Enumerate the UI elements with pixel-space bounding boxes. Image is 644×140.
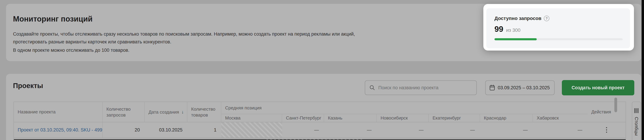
create-project-button[interactable]: Создать новый проект [562, 80, 634, 95]
position-moscow-skeleton [221, 122, 282, 137]
project-link[interactable]: Проект от 03.10.2025, 09:40. SKU - 4993 [18, 127, 102, 133]
position-kazan-cell: — [324, 122, 377, 137]
sort-desc-icon[interactable]: ↓ [182, 109, 184, 115]
col-header-products-count: Количество товаров [187, 102, 221, 122]
calendar-icon [490, 85, 495, 91]
position-khabarovsk-cell: — [533, 122, 588, 137]
position-spb-cell: — [282, 122, 324, 137]
table-row-partial [14, 137, 626, 140]
table-vertical-scrollbar[interactable] [614, 98, 617, 112]
available-requests-label: Доступно запросов [494, 16, 542, 21]
requests-progress-fill [494, 38, 537, 40]
actions-cell [588, 122, 626, 137]
col-header-city-khabarovsk: Хабаровск [533, 114, 588, 122]
available-requests-total: из 300 [506, 28, 520, 33]
available-requests-inner: Доступно запросов ? 99 из 300 [486, 8, 630, 48]
date-range-picker[interactable]: 03.09.2025 – 03.10.2025 [485, 80, 554, 95]
col-header-created-date[interactable]: Дата создания ↓ [145, 102, 187, 122]
partial-row-skeleton [265, 139, 362, 140]
date-range-value: 03.09.2025 – 03.10.2025 [498, 85, 550, 90]
requests-count-cell: 20 [102, 122, 145, 137]
hero-note: В одном проекте можно отслеживать до 100… [13, 48, 130, 53]
col-header-actions: Действия [588, 102, 626, 122]
question-circle-icon[interactable]: ? [544, 16, 550, 21]
col-header-city-novosibirsk: Новосибирск [377, 114, 429, 122]
requests-progress-track [494, 38, 623, 40]
page-title: Мониторинг позиций [13, 15, 92, 23]
available-requests-value: 99 [494, 24, 503, 34]
projects-panel: Проекты Поиск по названию проекта 03.09.… [6, 74, 641, 140]
columns-settings-tab[interactable]: Столбцы [632, 102, 641, 140]
row-menu-kebab-icon[interactable] [604, 125, 609, 134]
col-group-average-position: Средняя позиция [221, 102, 588, 114]
projects-table: Название проекта Количество запросов Дат… [14, 102, 626, 140]
table-row: Проект от 03.10.2025, 09:40. SKU - 4993 … [14, 122, 626, 137]
columns-tab-label: Столбцы [634, 117, 639, 136]
col-header-requests-count: Количество запросов [102, 102, 145, 122]
position-krasnodar-cell: — [480, 122, 533, 137]
col-header-city-krasnodar: Краснодар [480, 114, 533, 122]
columns-icon [634, 108, 638, 113]
position-novosibirsk-cell: — [377, 122, 429, 137]
hero-description: Создавайте проекты, чтобы отслеживать ср… [13, 30, 380, 46]
project-name-cell: Проект от 03.10.2025, 09:40. SKU - 4993 [14, 122, 102, 137]
col-header-city-moscow: Москва [221, 114, 282, 122]
created-date-cell: 03.10.2025 [145, 122, 187, 137]
window-right-edge [642, 0, 644, 140]
table-header: Название проекта Количество запросов Дат… [14, 102, 626, 122]
col-header-city-spb: Санкт-Петербург [282, 114, 324, 122]
search-icon [369, 85, 375, 91]
search-placeholder: Поиск по названию проекта [378, 85, 438, 90]
available-requests-card: Доступно запросов ? 99 из 300 [483, 4, 634, 51]
col-header-city-ekaterinburg: Екатеринбург [429, 114, 480, 122]
position-ekaterinburg-cell: — [429, 122, 480, 137]
search-input[interactable]: Поиск по названию проекта [365, 80, 477, 95]
col-header-project-name: Название проекта [14, 102, 102, 122]
products-count-cell: 1 [187, 122, 221, 137]
col-header-city-kazan: Казань [324, 114, 377, 122]
projects-title: Проекты [13, 82, 43, 90]
